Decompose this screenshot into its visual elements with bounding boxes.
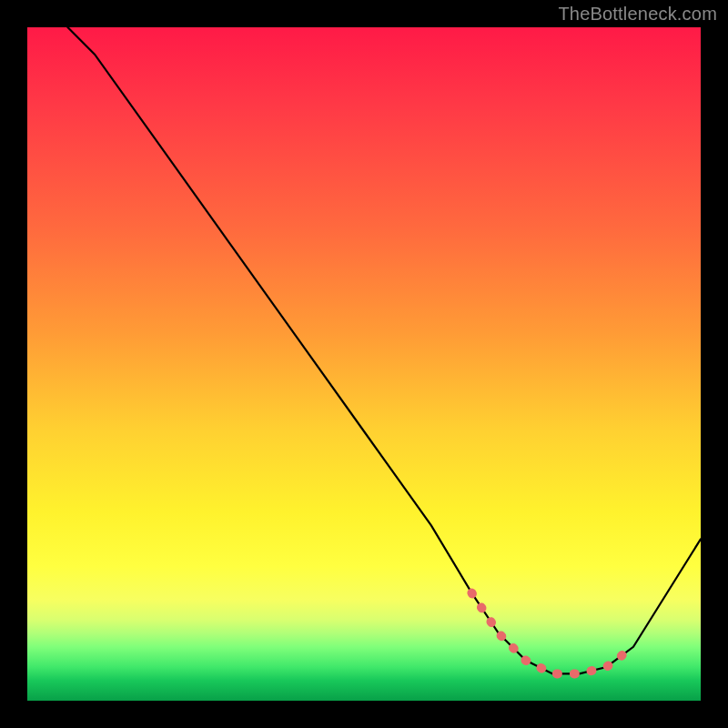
highlight-dots — [471, 593, 633, 674]
main-curve — [67, 27, 701, 673]
curve-svg — [27, 27, 701, 701]
chart-frame: TheBottleneck.com — [0, 0, 728, 728]
plot-area — [27, 27, 701, 701]
watermark-text: TheBottleneck.com — [558, 4, 717, 25]
